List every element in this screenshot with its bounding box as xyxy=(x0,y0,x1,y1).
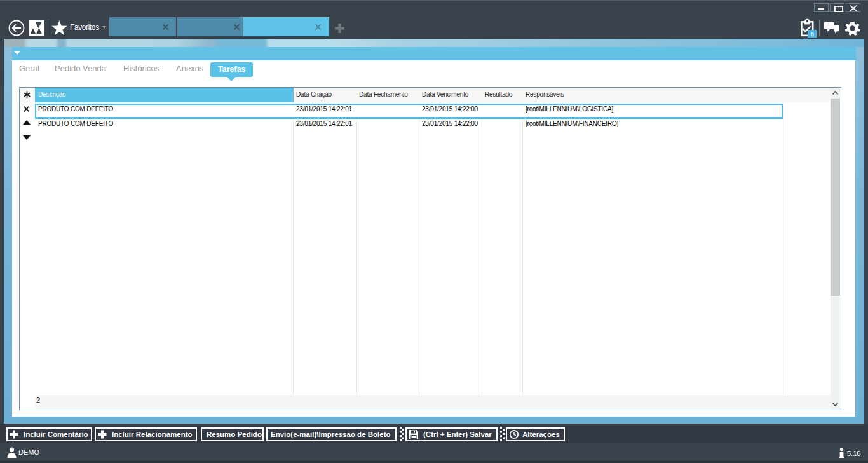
svg-text:0: 0 xyxy=(811,31,814,38)
